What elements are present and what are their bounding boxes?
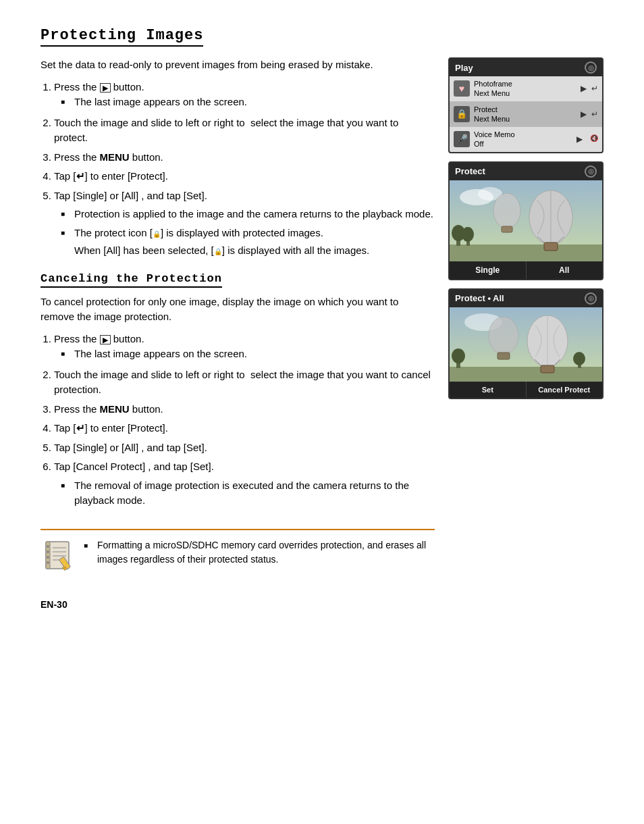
section2-intro: To cancel protection for only one image,…	[41, 294, 435, 325]
intro-text: Set the data to read-only to prevent ima…	[41, 57, 435, 73]
protect-all-image-area	[450, 307, 602, 382]
set-button[interactable]: Set	[450, 382, 527, 398]
step2-3: Press the MENU button.	[54, 402, 435, 417]
step-5-bullet-1: Protection is applied to the image and t…	[61, 207, 435, 222]
voicememo-label: Voice Memo Off	[474, 130, 572, 149]
protect-all-header: Protect • All ◎	[450, 290, 602, 307]
step2-6: Tap [Cancel Protect] , and tap [Set]. Th…	[54, 459, 435, 509]
svg-point-8	[47, 545, 49, 548]
step2-1: Press the ▶ button. The last image appea…	[54, 332, 435, 362]
svg-point-38	[489, 317, 518, 355]
svg-point-9	[47, 550, 49, 553]
step-5-bullet-2: The protect icon [🔒] is displayed with p…	[61, 226, 435, 259]
svg-rect-22	[544, 242, 558, 251]
protect-icon-img: 🔒	[454, 106, 470, 122]
section-canceling: Canceling the Protection To cancel prote…	[41, 272, 435, 509]
step-1: Press the ▶ button. The last image appea…	[54, 80, 435, 110]
step-1-bullet: The last image appears on the screen.	[61, 95, 435, 110]
step2-2: Touch the image and slide to left or rig…	[54, 367, 435, 398]
protect-icon-note: When [All] has been selected, [🔒] is dis…	[74, 243, 435, 259]
protect-label: Protect Next Menu	[474, 105, 576, 124]
note-text: Formatting a microSD/SDHC memory card ov…	[84, 538, 435, 567]
all-button[interactable]: All	[527, 261, 603, 279]
protect-settings-icon: ◎	[585, 165, 597, 178]
protect-all-title: Protect • All	[455, 293, 504, 303]
page-title: Protecting Images	[41, 27, 203, 47]
protect-arrows: ▶ ↵	[581, 109, 598, 119]
protect-screen-header: Protect ◎	[450, 163, 602, 180]
photoframe-icon: ♥	[454, 80, 470, 97]
step-5: Tap [Single] or [All] , and tap [Set]. P…	[54, 188, 435, 259]
step2-5: Tap [Single] or [All] , and tap [Set].	[54, 440, 435, 456]
step2-6-bullet: The removal of image protection is execu…	[61, 478, 435, 509]
protect-all-screen: Protect • All ◎	[448, 288, 603, 399]
note-section: Formatting a microSD/SDHC memory card ov…	[41, 529, 435, 572]
svg-rect-35	[541, 365, 554, 373]
svg-point-19	[462, 227, 474, 242]
step-2: Touch the image and slide to left or rig…	[54, 115, 435, 146]
play-screen-header: Play ◎	[450, 59, 602, 76]
left-content: Set the data to read-only to prevent ima…	[41, 57, 435, 610]
svg-point-10	[47, 556, 49, 559]
step-4: Tap [↵] to enter [Protect].	[54, 169, 435, 184]
protect-bottom-bar: Single All	[450, 261, 602, 279]
play-menu-protect: 🔒 Protect Next Menu ▶ ↵	[450, 102, 602, 128]
play-screen: Play ◎ ♥ Photoframe Next Menu ▶ ↵ 🔒 Prot…	[448, 57, 603, 153]
cancel-protect-button[interactable]: Cancel Protect	[527, 382, 603, 398]
protect-all-settings-icon: ◎	[585, 292, 597, 305]
svg-rect-29	[450, 367, 602, 382]
right-column: Play ◎ ♥ Photoframe Next Menu ▶ ↵ 🔒 Prot…	[448, 57, 610, 610]
photoframe-arrows: ▶ ↵	[581, 84, 598, 93]
step-3: Press the MENU button.	[54, 150, 435, 165]
protect-single-screen: Protect ◎	[448, 161, 603, 280]
steps-list-2: Press the ▶ button. The last image appea…	[54, 332, 435, 509]
photoframe-label: Photoframe Next Menu	[474, 79, 576, 99]
single-button[interactable]: Single	[450, 261, 527, 279]
steps-list: Press the ▶ button. The last image appea…	[54, 80, 435, 259]
page-number: EN-30	[41, 599, 435, 610]
step2-1-bullet: The last image appears on the screen.	[61, 346, 435, 362]
play-title: Play	[455, 63, 473, 73]
svg-rect-39	[498, 353, 510, 359]
svg-rect-15	[450, 244, 602, 261]
protect-screen-title: Protect	[455, 166, 485, 176]
svg-point-25	[493, 193, 520, 228]
note-text-content: Formatting a microSD/SDHC memory card ov…	[84, 538, 435, 572]
protect-image-area	[450, 180, 602, 261]
voicememo-icon: 🎤	[454, 131, 470, 147]
play-menu-voicememo: 🎤 Voice Memo Off ▶ 🔇	[450, 127, 602, 152]
svg-point-31	[452, 349, 465, 363]
step2-4: Tap [↵] to enter [Protect].	[54, 421, 435, 436]
voicememo-arrows: ▶ 🔇	[576, 134, 598, 144]
svg-point-11	[47, 561, 49, 564]
svg-point-33	[573, 352, 585, 365]
note-icon	[41, 538, 74, 572]
section2-title: Canceling the Protection	[41, 272, 222, 288]
svg-rect-26	[502, 226, 512, 232]
settings-icon: ◎	[585, 61, 597, 74]
protect-all-bottom-bar: Set Cancel Protect	[450, 382, 602, 398]
play-menu-photoframe: ♥ Photoframe Next Menu ▶ ↵	[450, 76, 602, 102]
